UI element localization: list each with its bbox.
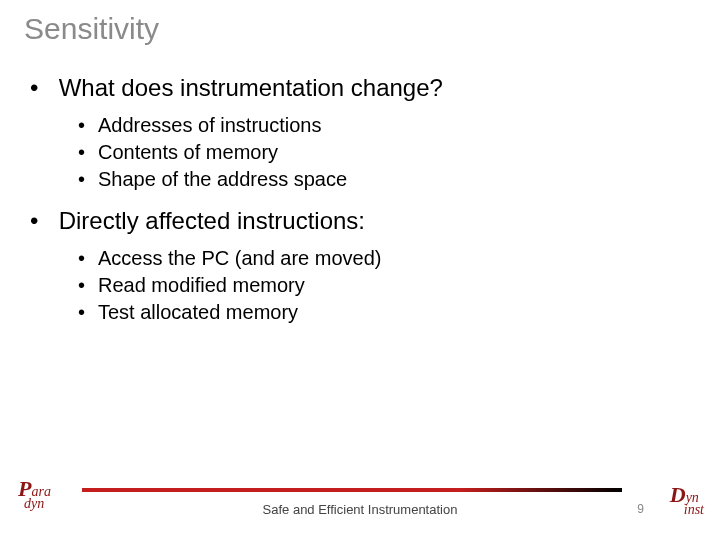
slide-title: Sensitivity <box>24 12 696 46</box>
slide-footer: Para dyn Safe and Efficient Instrumentat… <box>0 482 720 526</box>
bullet-item: Directly affected instructions: Access t… <box>30 207 696 326</box>
sub-bullet-text: Read modified memory <box>98 274 305 296</box>
sub-bullet-item: Addresses of instructions <box>78 112 696 139</box>
bullet-list-level1: What does instrumentation change? Addres… <box>30 74 696 326</box>
sub-bullet-item: Contents of memory <box>78 139 696 166</box>
bullet-text: What does instrumentation change? <box>59 74 443 101</box>
footer-title: Safe and Efficient Instrumentation <box>0 502 720 517</box>
sub-bullet-text: Addresses of instructions <box>98 114 321 136</box>
sub-bullet-text: Access the PC (and are moved) <box>98 247 381 269</box>
bullet-text: Directly affected instructions: <box>59 207 365 234</box>
bullet-list-level2: Access the PC (and are moved) Read modif… <box>30 245 696 326</box>
sub-bullet-text: Contents of memory <box>98 141 278 163</box>
sub-bullet-item: Test allocated memory <box>78 299 696 326</box>
sub-bullet-item: Shape of the address space <box>78 166 696 193</box>
slide: Sensitivity What does instrumentation ch… <box>0 0 720 540</box>
bullet-item: What does instrumentation change? Addres… <box>30 74 696 193</box>
dyninst-logo: Dyn inst <box>670 482 704 518</box>
page-number: 9 <box>637 502 644 516</box>
sub-bullet-item: Read modified memory <box>78 272 696 299</box>
bullet-list-level2: Addresses of instructions Contents of me… <box>30 112 696 193</box>
slide-content: What does instrumentation change? Addres… <box>24 74 696 326</box>
sub-bullet-text: Test allocated memory <box>98 301 298 323</box>
sub-bullet-text: Shape of the address space <box>98 168 347 190</box>
footer-rule <box>82 488 622 492</box>
logo-bottom: inst <box>684 502 704 518</box>
sub-bullet-item: Access the PC (and are moved) <box>78 245 696 272</box>
